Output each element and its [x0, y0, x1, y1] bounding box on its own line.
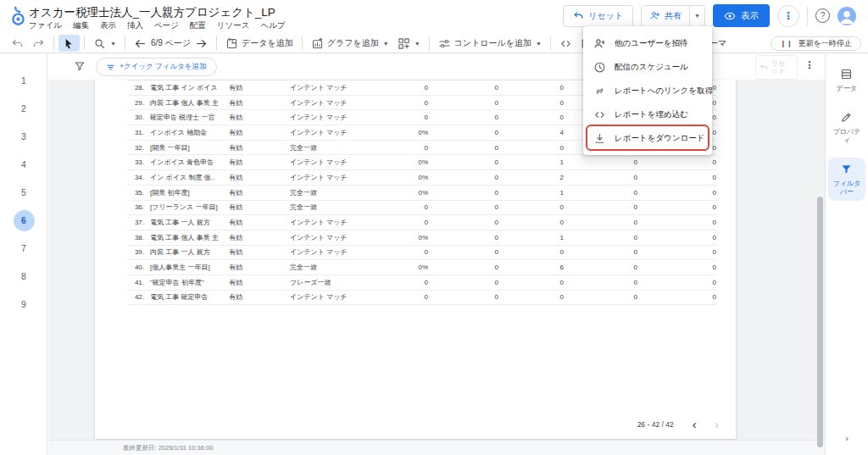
row-number-cell: 30. — [127, 114, 144, 121]
menu-item-6[interactable]: リソース — [217, 20, 250, 31]
pause-icon: ❙❙ — [780, 40, 793, 47]
page-thumb-7[interactable]: 7 — [0, 235, 47, 262]
status-cell: 有効 — [229, 247, 290, 257]
status-cell: 有効 — [229, 143, 290, 153]
metric-cell: 0 — [637, 264, 716, 271]
table-pagination: 26 - 42 / 42 ‹ › — [637, 420, 719, 429]
panel-tab-pencil[interactable]: プロパティ — [828, 106, 865, 149]
page-indicator[interactable]: 6/9 ページ — [151, 37, 191, 49]
pagination-prev-icon[interactable]: ‹ — [693, 420, 697, 429]
metric-cell: 0 — [498, 114, 564, 121]
page-thumb-9[interactable]: 9 — [0, 291, 47, 318]
add-chart-button[interactable]: グラフを追加 ▼ — [307, 35, 393, 52]
share-menu-item[interactable]: レポートへのリンクを取得 — [583, 79, 712, 103]
pause-updates-button[interactable]: ❙❙ 更新を一時停止 — [771, 36, 861, 51]
vertical-scrollbar[interactable] — [817, 197, 823, 447]
keyword-cell: [個人事業主 一年目] — [144, 263, 229, 272]
metric-cell: 0 — [396, 99, 428, 107]
pagination-range: 26 - 42 / 42 — [637, 420, 674, 429]
prev-page-button[interactable] — [130, 35, 151, 52]
status-cell: 有効 — [229, 233, 290, 242]
share-menu-item-label: レポートへのリンクを取得 — [615, 86, 713, 97]
status-cell: 有効 — [229, 292, 290, 302]
keyword-cell: インボイス 青色申告 — [144, 158, 229, 167]
row-number-cell: 31. — [127, 129, 144, 136]
reset-button[interactable]: リセット — [563, 5, 633, 27]
right-panel: データプロパティフィルタバー › — [825, 54, 868, 455]
metric-cell: 0 — [564, 158, 637, 166]
row-number-cell: 34. — [127, 174, 144, 181]
metric-cell: 0 — [564, 189, 637, 197]
metric-cell: 0 — [428, 158, 498, 166]
page-thumb-1[interactable]: 1 — [0, 67, 47, 94]
zoom-tool-button[interactable]: ▼ — [89, 35, 120, 52]
keyword-cell: 電気 工事 イン ボイス — [144, 83, 229, 92]
avatar[interactable] — [837, 7, 856, 25]
next-page-button[interactable] — [191, 35, 212, 52]
metric-cell: 0 — [396, 203, 428, 211]
page-thumb-3[interactable]: 3 — [0, 123, 47, 150]
share-button[interactable]: 共有 — [642, 6, 689, 26]
share-menu-item[interactable]: 配信のスケジュール — [583, 55, 712, 79]
match-type-cell: インテント マッチ — [290, 292, 396, 302]
add-control-button[interactable]: コントロールを追加 ▼ — [434, 35, 546, 52]
select-tool-button[interactable] — [58, 35, 80, 52]
table-row: 37.電気 工事 一人 親方有効インテント マッチ00000 — [127, 215, 716, 230]
filter-bar-more-icon[interactable]: ⋮ — [804, 59, 815, 71]
view-button[interactable]: 表示 — [713, 4, 770, 27]
page-thumb-number: 9 — [14, 294, 35, 315]
metric-cell: 0 — [396, 248, 428, 256]
share-menu-item[interactable]: レポートを埋め込む — [583, 103, 712, 126]
share-dropdown-caret[interactable]: ▼ — [689, 6, 704, 26]
add-quick-filter-button[interactable]: +クイック フィルタを追加 — [96, 58, 217, 76]
menu-item-1[interactable]: 編集 — [73, 20, 89, 31]
embed-url-button[interactable] — [555, 35, 576, 52]
menu-item-2[interactable]: 表示 — [100, 20, 116, 31]
undo-button[interactable] — [7, 35, 28, 52]
page-thumb-6[interactable]: 6 — [0, 207, 47, 234]
pagination-next-icon: › — [715, 420, 719, 429]
community-visualizations-button[interactable]: ▼ — [393, 35, 425, 52]
table-row: 35.[開業 初年度]有効完全一致0%0100 — [127, 186, 716, 201]
panel-tab-data[interactable]: データ — [828, 63, 865, 97]
report-title[interactable]: オスカー税理士法人_一人親方プロジェクト_LP — [29, 5, 275, 20]
menu-item-7[interactable]: ヘルプ — [261, 20, 286, 31]
panel-tab-filter[interactable]: フィルタバー — [828, 158, 865, 201]
menu-item-0[interactable]: ファイル — [29, 20, 62, 31]
last-updated-text: 最終更新日: 2025/1/31 10:36:00 — [123, 444, 213, 452]
share-menu-item[interactable]: レポートをダウンロード — [583, 126, 712, 150]
toolbar: ▼ 6/9 ページ データを追加 グラフを追加 ▼ ▼ コントロールを追加 ▼ — [0, 34, 868, 53]
page-thumb-number: 1 — [14, 70, 35, 92]
match-type-cell: 完全一致 — [290, 203, 396, 212]
metric-cell: 0 — [498, 279, 564, 286]
help-icon[interactable]: ? — [815, 8, 830, 23]
page-thumb-4[interactable]: 4 — [0, 151, 47, 178]
metric-cell: 0 — [564, 293, 637, 301]
panel-expand-chevron-icon[interactable]: › — [826, 433, 868, 443]
add-control-label: コントロールを追加 — [454, 37, 531, 49]
metric-cell: 0 — [428, 129, 498, 136]
match-type-cell: インテント マッチ — [290, 233, 396, 242]
page-thumb-8[interactable]: 8 — [0, 263, 47, 290]
page-thumb-5[interactable]: 5 — [0, 179, 47, 206]
metric-cell: 0 — [637, 293, 716, 301]
metric-cell: 0 — [637, 248, 716, 256]
code-icon — [593, 108, 606, 121]
keyword-cell: 電気 工事 一人 親方 — [144, 218, 229, 227]
metric-cell: 0 — [428, 189, 498, 197]
keyword-cell: イン ボイス 制度 個.. — [144, 173, 229, 182]
menu-item-3[interactable]: 挿入 — [127, 20, 143, 31]
add-data-button[interactable]: データを追加 — [221, 35, 298, 52]
menu-item-4[interactable]: ページ — [154, 20, 179, 31]
header-actions: リセット 共有 ▼ 表示 ⋮ ? — [563, 4, 856, 27]
row-number-cell: 42. — [127, 293, 144, 301]
reset-button-label: リセット — [588, 10, 623, 22]
menu-item-5[interactable]: 配置 — [190, 20, 206, 31]
share-menu-item[interactable]: 他のユーザーを招待 — [583, 31, 712, 55]
row-number-cell: 35. — [127, 189, 144, 197]
match-type-cell: インテント マッチ — [290, 83, 396, 92]
redo-button[interactable] — [28, 35, 49, 52]
metric-cell: 0% — [396, 234, 428, 241]
page-thumb-2[interactable]: 2 — [0, 95, 47, 122]
more-options-button[interactable]: ⋮ — [777, 5, 799, 27]
